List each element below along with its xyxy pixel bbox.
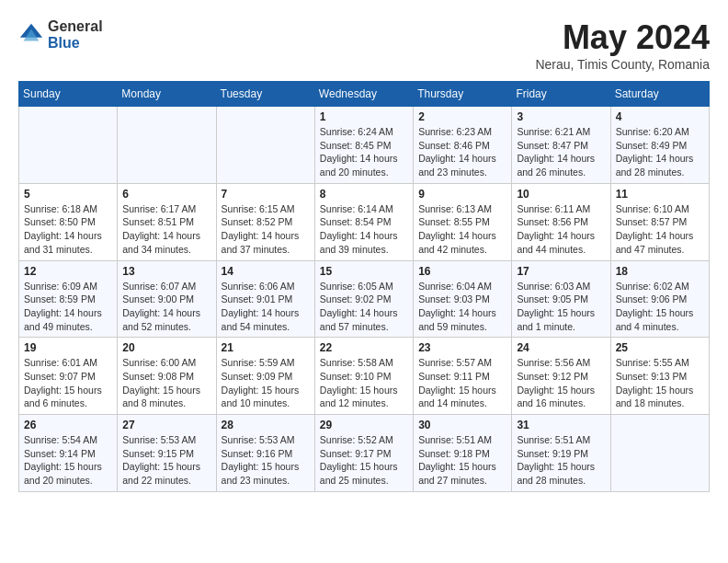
calendar-cell: 29Sunrise: 5:52 AM Sunset: 9:17 PM Dayli… (314, 415, 413, 492)
day-number: 23 (418, 341, 506, 354)
calendar-cell: 5Sunrise: 6:18 AM Sunset: 8:50 PM Daylig… (19, 183, 118, 260)
calendar-table: SundayMondayTuesdayWednesdayThursdayFrid… (18, 81, 710, 492)
calendar-cell: 11Sunrise: 6:10 AM Sunset: 8:57 PM Dayli… (610, 183, 709, 260)
cell-content: Sunrise: 6:23 AM Sunset: 8:46 PM Dayligh… (418, 125, 506, 179)
day-number: 16 (418, 265, 506, 278)
calendar-cell: 18Sunrise: 6:02 AM Sunset: 9:06 PM Dayli… (610, 260, 709, 338)
day-header-wednesday: Wednesday (314, 82, 413, 107)
calendar-cell: 7Sunrise: 6:15 AM Sunset: 8:52 PM Daylig… (216, 183, 314, 260)
day-header-saturday: Saturday (610, 82, 709, 107)
cell-content: Sunrise: 6:13 AM Sunset: 8:55 PM Dayligh… (418, 202, 506, 257)
calendar-cell (216, 107, 314, 184)
logo-icon (18, 22, 44, 48)
calendar-cell: 30Sunrise: 5:51 AM Sunset: 9:18 PM Dayli… (414, 415, 512, 492)
day-number: 26 (24, 419, 112, 431)
week-row-4: 19Sunrise: 6:01 AM Sunset: 9:07 PM Dayli… (19, 338, 710, 415)
calendar-cell: 1Sunrise: 6:24 AM Sunset: 8:45 PM Daylig… (314, 107, 413, 184)
calendar-cell: 15Sunrise: 6:05 AM Sunset: 9:02 PM Dayli… (314, 260, 413, 338)
cell-content: Sunrise: 6:17 AM Sunset: 8:51 PM Dayligh… (122, 202, 210, 257)
day-number: 28 (222, 419, 310, 431)
calendar-cell: 14Sunrise: 6:06 AM Sunset: 9:01 PM Dayli… (216, 260, 314, 338)
calendar-cell: 13Sunrise: 6:07 AM Sunset: 9:00 PM Dayli… (118, 260, 216, 338)
day-number: 29 (320, 419, 408, 431)
calendar-cell: 2Sunrise: 6:23 AM Sunset: 8:46 PM Daylig… (414, 107, 512, 184)
cell-content: Sunrise: 6:09 AM Sunset: 8:59 PM Dayligh… (24, 280, 112, 334)
day-number: 2 (418, 110, 506, 123)
cell-content: Sunrise: 6:24 AM Sunset: 8:45 PM Dayligh… (320, 125, 408, 179)
calendar-cell: 4Sunrise: 6:20 AM Sunset: 8:49 PM Daylig… (610, 107, 709, 184)
title-area: May 2024 Nerau, Timis County, Romania (535, 18, 710, 72)
day-number: 3 (517, 110, 605, 123)
day-header-tuesday: Tuesday (216, 82, 314, 107)
day-number: 10 (517, 188, 605, 201)
day-number: 25 (616, 341, 704, 354)
cell-content: Sunrise: 5:53 AM Sunset: 9:15 PM Dayligh… (122, 433, 210, 488)
day-number: 1 (320, 110, 408, 123)
day-number: 24 (517, 341, 605, 354)
month-title: May 2024 (535, 18, 710, 57)
cell-content: Sunrise: 5:51 AM Sunset: 9:19 PM Dayligh… (517, 433, 605, 488)
calendar-body: 1Sunrise: 6:24 AM Sunset: 8:45 PM Daylig… (19, 107, 710, 492)
cell-content: Sunrise: 6:14 AM Sunset: 8:54 PM Dayligh… (320, 202, 408, 257)
cell-content: Sunrise: 6:01 AM Sunset: 9:07 PM Dayligh… (24, 356, 112, 410)
calendar-cell: 28Sunrise: 5:53 AM Sunset: 9:16 PM Dayli… (216, 415, 314, 492)
week-row-2: 5Sunrise: 6:18 AM Sunset: 8:50 PM Daylig… (19, 183, 710, 260)
day-number: 13 (122, 265, 210, 278)
calendar-cell: 6Sunrise: 6:17 AM Sunset: 8:51 PM Daylig… (118, 183, 216, 260)
day-number: 4 (616, 110, 704, 123)
cell-content: Sunrise: 6:07 AM Sunset: 9:00 PM Dayligh… (122, 280, 210, 334)
day-number: 19 (24, 341, 112, 354)
page-header: General Blue May 2024 Nerau, Timis Count… (18, 18, 710, 72)
cell-content: Sunrise: 5:53 AM Sunset: 9:16 PM Dayligh… (222, 433, 310, 488)
cell-content: Sunrise: 5:55 AM Sunset: 9:13 PM Dayligh… (616, 356, 704, 410)
cell-content: Sunrise: 6:03 AM Sunset: 9:05 PM Dayligh… (517, 280, 605, 334)
calendar-header: SundayMondayTuesdayWednesdayThursdayFrid… (19, 82, 710, 107)
cell-content: Sunrise: 5:59 AM Sunset: 9:09 PM Dayligh… (222, 356, 310, 410)
calendar-cell: 10Sunrise: 6:11 AM Sunset: 8:56 PM Dayli… (512, 183, 610, 260)
calendar-cell: 3Sunrise: 6:21 AM Sunset: 8:47 PM Daylig… (512, 107, 610, 184)
day-number: 31 (517, 419, 605, 431)
day-header-thursday: Thursday (414, 82, 512, 107)
day-number: 27 (122, 419, 210, 431)
cell-content: Sunrise: 5:52 AM Sunset: 9:17 PM Dayligh… (320, 433, 408, 488)
calendar-cell: 26Sunrise: 5:54 AM Sunset: 9:14 PM Dayli… (19, 415, 118, 492)
day-number: 15 (320, 265, 408, 278)
day-header-friday: Friday (512, 82, 610, 107)
logo-blue-text: Blue (48, 35, 103, 52)
day-number: 14 (222, 265, 310, 278)
cell-content: Sunrise: 6:04 AM Sunset: 9:03 PM Dayligh… (418, 280, 506, 334)
day-number: 30 (418, 419, 506, 431)
calendar-cell: 31Sunrise: 5:51 AM Sunset: 9:19 PM Dayli… (512, 415, 610, 492)
calendar-cell: 20Sunrise: 6:00 AM Sunset: 9:08 PM Dayli… (118, 338, 216, 415)
calendar-cell: 9Sunrise: 6:13 AM Sunset: 8:55 PM Daylig… (414, 183, 512, 260)
cell-content: Sunrise: 5:57 AM Sunset: 9:11 PM Dayligh… (418, 356, 506, 410)
calendar-cell: 16Sunrise: 6:04 AM Sunset: 9:03 PM Dayli… (414, 260, 512, 338)
day-number: 5 (24, 188, 112, 201)
location-text: Nerau, Timis County, Romania (535, 57, 710, 72)
cell-content: Sunrise: 5:51 AM Sunset: 9:18 PM Dayligh… (418, 433, 506, 488)
day-number: 8 (320, 188, 408, 201)
calendar-cell: 21Sunrise: 5:59 AM Sunset: 9:09 PM Dayli… (216, 338, 314, 415)
calendar-cell: 8Sunrise: 6:14 AM Sunset: 8:54 PM Daylig… (314, 183, 413, 260)
cell-content: Sunrise: 6:18 AM Sunset: 8:50 PM Dayligh… (24, 202, 112, 257)
calendar-cell (19, 107, 118, 184)
logo-general-text: General (48, 18, 103, 35)
cell-content: Sunrise: 6:11 AM Sunset: 8:56 PM Dayligh… (517, 202, 605, 257)
day-number: 20 (122, 341, 210, 354)
calendar-cell: 22Sunrise: 5:58 AM Sunset: 9:10 PM Dayli… (314, 338, 413, 415)
day-number: 22 (320, 341, 408, 354)
week-row-1: 1Sunrise: 6:24 AM Sunset: 8:45 PM Daylig… (19, 107, 710, 184)
days-of-week-row: SundayMondayTuesdayWednesdayThursdayFrid… (19, 82, 710, 107)
calendar-cell: 23Sunrise: 5:57 AM Sunset: 9:11 PM Dayli… (414, 338, 512, 415)
logo-text: General Blue (48, 18, 103, 51)
day-number: 9 (418, 188, 506, 201)
calendar-cell: 12Sunrise: 6:09 AM Sunset: 8:59 PM Dayli… (19, 260, 118, 338)
day-header-monday: Monday (118, 82, 216, 107)
day-number: 6 (122, 188, 210, 201)
cell-content: Sunrise: 6:21 AM Sunset: 8:47 PM Dayligh… (517, 125, 605, 179)
cell-content: Sunrise: 6:20 AM Sunset: 8:49 PM Dayligh… (616, 125, 704, 179)
week-row-5: 26Sunrise: 5:54 AM Sunset: 9:14 PM Dayli… (19, 415, 710, 492)
cell-content: Sunrise: 6:02 AM Sunset: 9:06 PM Dayligh… (616, 280, 704, 334)
calendar-cell: 27Sunrise: 5:53 AM Sunset: 9:15 PM Dayli… (118, 415, 216, 492)
cell-content: Sunrise: 6:10 AM Sunset: 8:57 PM Dayligh… (616, 202, 704, 257)
